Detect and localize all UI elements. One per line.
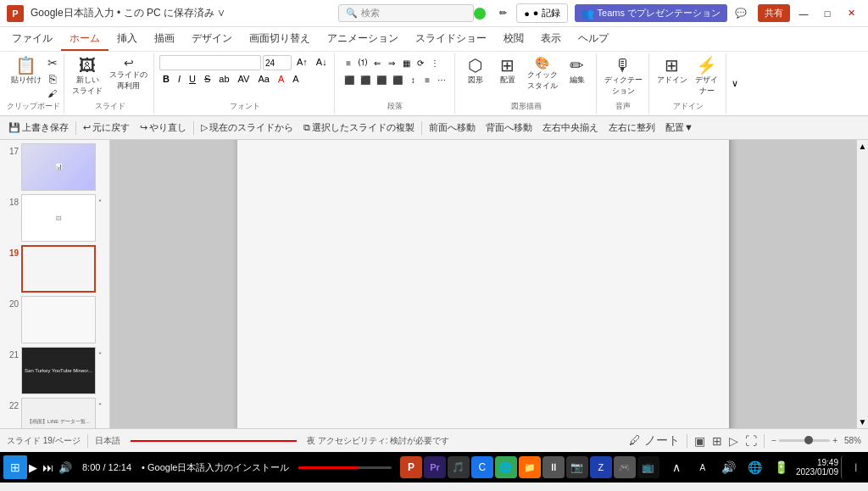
share-button[interactable]: 共有: [758, 4, 790, 22]
strikethrough-button[interactable]: S: [201, 72, 214, 87]
align-center-button[interactable]: ⬛: [358, 72, 373, 87]
tab-draw[interactable]: 描画: [146, 27, 183, 51]
new-slide-button[interactable]: 🖼 新しいスライド: [70, 55, 105, 98]
font-size-increase-button[interactable]: A↑: [293, 55, 311, 70]
maximize-button[interactable]: □: [817, 3, 837, 24]
tray-speaker-icon[interactable]: 🔊: [717, 455, 741, 479]
smart-art-button[interactable]: ⋮: [428, 55, 442, 70]
arrange-dropdown-button[interactable]: 配置▼: [662, 120, 697, 136]
search-box[interactable]: 🔍 検索: [338, 4, 474, 22]
format-copy-button[interactable]: 🖌: [46, 87, 59, 99]
slide-sorter-button[interactable]: ⊞: [712, 434, 722, 448]
numbering-button[interactable]: ⑴: [356, 55, 370, 70]
taskbar-app-icon11[interactable]: 📺: [637, 456, 659, 478]
columns-button[interactable]: ▦: [399, 55, 413, 70]
shapes-button[interactable]: ⬡ 図形: [460, 55, 491, 87]
taskbar-app-powerpoint[interactable]: P: [400, 456, 422, 478]
zoom-in-icon[interactable]: +: [832, 436, 837, 445]
taskbar-app-icon3[interactable]: 🎵: [448, 456, 470, 478]
zoom-out-icon[interactable]: −: [771, 436, 776, 445]
slide-thumb-17[interactable]: 17 📊: [3, 143, 106, 191]
bold-button[interactable]: B: [159, 72, 173, 87]
designer-button[interactable]: ⚡ デザイナー: [692, 55, 722, 98]
tab-design[interactable]: デザイン: [183, 27, 241, 51]
zoom-level[interactable]: 58%: [844, 436, 861, 445]
overwrite-save-button[interactable]: 💾 上書き保存: [5, 120, 72, 136]
center-horizontally-button[interactable]: 左右中央揃え: [539, 120, 602, 136]
cut-button[interactable]: ✂: [46, 55, 59, 70]
dictation-button[interactable]: 🎙 ディクテーション: [602, 55, 645, 98]
tab-slideshow[interactable]: スライドショー: [407, 27, 495, 51]
slide-thumb-21[interactable]: 21 San Turkey YouTube Minecr... *: [3, 347, 106, 394]
undo-button[interactable]: ↩ 元に戻す: [80, 120, 133, 136]
zoom-control[interactable]: − +: [771, 436, 837, 445]
text-align-button[interactable]: ≡: [420, 72, 434, 87]
show-desktop-button[interactable]: ▕: [841, 455, 865, 479]
edit-button[interactable]: ✏ 編集: [562, 55, 593, 87]
tab-review[interactable]: 校閲: [495, 27, 532, 51]
align-justify-button[interactable]: ⬛: [390, 72, 405, 87]
taskbar-app-icon8[interactable]: 📷: [566, 456, 588, 478]
volume-button[interactable]: 🔊: [58, 461, 72, 474]
notes-button[interactable]: 🖊 ノート: [629, 433, 680, 449]
shadow-button[interactable]: ab: [215, 72, 232, 87]
tray-battery-icon[interactable]: 🔋: [770, 455, 793, 479]
copy-button[interactable]: ⎘: [46, 71, 59, 86]
char-spacing-button[interactable]: AV: [235, 72, 253, 87]
tab-file[interactable]: ファイル: [3, 27, 61, 51]
tray-expand-button[interactable]: ∧: [665, 455, 688, 479]
slideshow-view-button[interactable]: ⛶: [745, 434, 757, 448]
line-spacing-button[interactable]: ↕: [406, 72, 420, 87]
taskbar-app-icon6[interactable]: 📁: [519, 456, 541, 478]
current-slide-button[interactable]: ▷ 現在のスライドから: [198, 120, 297, 136]
record-button[interactable]: ● ● 記録: [516, 3, 567, 23]
slide-thumb-22[interactable]: 22 【画面】LINE データ一覧... *: [3, 398, 106, 428]
taskbar-app-icon7[interactable]: ⏸: [542, 456, 565, 478]
next-button[interactable]: ⏭: [42, 461, 53, 474]
tab-animations[interactable]: アニメーション: [319, 27, 407, 51]
align-right-button[interactable]: ⬛: [374, 72, 389, 87]
system-clock[interactable]: 19:49 2023/01/09: [796, 458, 838, 477]
playback-progress[interactable]: [298, 466, 392, 469]
comments-icon[interactable]: 💬: [731, 3, 751, 24]
underline-button[interactable]: U: [186, 72, 199, 87]
bring-forward-button[interactable]: 前面へ移動: [426, 120, 479, 136]
arrange-button[interactable]: ⊞ 配置: [492, 55, 523, 87]
distribute-horizontally-button[interactable]: 左右に整列: [605, 120, 659, 136]
tab-transitions[interactable]: 画面切り替え: [241, 27, 319, 51]
text-highlight-button[interactable]: A: [289, 72, 302, 87]
scroll-down-arrow[interactable]: ▼: [857, 416, 868, 428]
tab-help[interactable]: ヘルプ: [570, 27, 617, 51]
addin-button[interactable]: ⊞ アドイン: [654, 55, 690, 87]
minimize-button[interactable]: —: [793, 3, 814, 24]
quick-styles-button[interactable]: 🎨 クイックスタイル: [525, 55, 560, 93]
send-backward-button[interactable]: 背面へ移動: [482, 120, 536, 136]
taskbar-app-icon9[interactable]: Z: [590, 456, 612, 478]
tray-language-icon[interactable]: A: [691, 455, 715, 479]
tray-network-icon[interactable]: 🌐: [743, 455, 767, 479]
more-ribbon-button[interactable]: ∨: [728, 53, 742, 114]
convert-button[interactable]: ⋯: [435, 72, 448, 87]
font-color-button[interactable]: A: [275, 72, 287, 87]
change-case-button[interactable]: Aa: [254, 72, 272, 87]
duplicate-slide-button[interactable]: ⧉ 選択したスライドの複製: [300, 120, 418, 136]
tab-view[interactable]: 表示: [532, 27, 570, 51]
indent-decrease-button[interactable]: ⇐: [370, 55, 384, 70]
bullets-button[interactable]: ≡: [342, 55, 355, 70]
taskbar-app-pr[interactable]: Pr: [424, 456, 446, 478]
zoom-bar[interactable]: [779, 439, 830, 442]
taskbar-app-icon5[interactable]: 🌐: [495, 456, 517, 478]
text-direction-button[interactable]: ⟳: [414, 55, 427, 70]
teams-button[interactable]: 👥 Teams でプレゼンテーション: [575, 4, 727, 22]
reuse-slide-button[interactable]: ↩ スライドの再利用: [107, 55, 150, 93]
right-scrollbar[interactable]: ▲ ▼: [856, 140, 868, 428]
slide-thumb-18[interactable]: 18 🖼 *: [3, 194, 106, 242]
scroll-up-arrow[interactable]: ▲: [857, 140, 868, 153]
close-button[interactable]: ✕: [841, 3, 861, 24]
reading-view-button[interactable]: ▷: [729, 434, 738, 448]
windows-start-button[interactable]: ⊞: [3, 455, 27, 479]
taskbar-app-icon4[interactable]: C: [471, 456, 493, 478]
taskbar-app-icon10[interactable]: 🎮: [614, 456, 636, 478]
font-size-input[interactable]: [263, 55, 292, 70]
play-button[interactable]: ▶: [29, 461, 37, 474]
